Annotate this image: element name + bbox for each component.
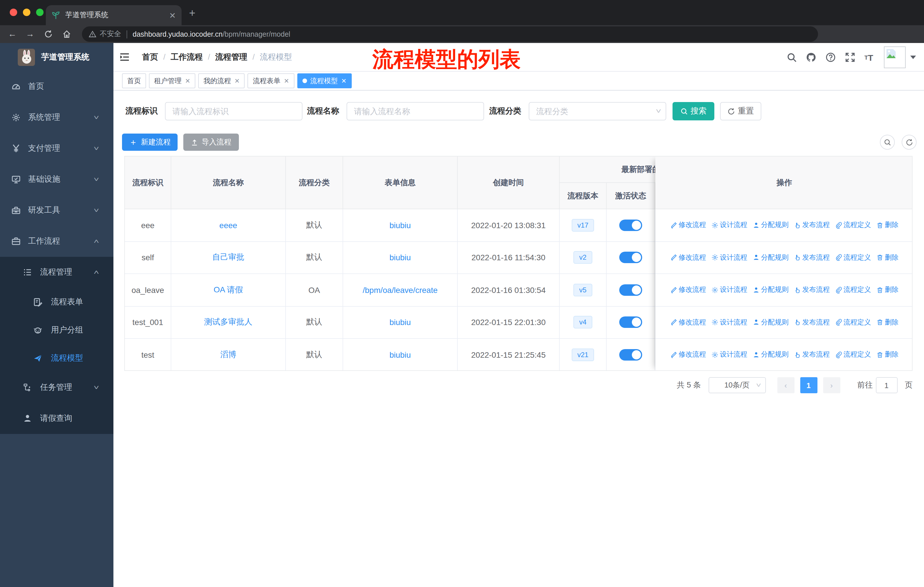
active-toggle[interactable] — [619, 317, 642, 328]
tag-close-icon[interactable]: ✕ — [185, 77, 190, 84]
form-info-link[interactable]: biubiu — [389, 318, 411, 327]
window-close-button[interactable] — [10, 8, 17, 16]
design-process-link[interactable]: 设计流程 — [711, 285, 747, 295]
design-process-link[interactable]: 设计流程 — [711, 253, 747, 263]
breadcrumb-process-mgmt[interactable]: 流程管理 — [215, 52, 248, 63]
delete-link[interactable]: 删除 — [876, 220, 899, 230]
sidebar-item-process-form[interactable]: 流程表单 — [0, 288, 114, 316]
delete-link[interactable]: 删除 — [876, 350, 899, 360]
tag-my-process[interactable]: 我的流程✕ — [198, 73, 244, 88]
sidebar-item-system[interactable]: 系统管理 ˅ — [0, 102, 114, 133]
process-definition-link[interactable]: 流程定义 — [835, 317, 871, 327]
delete-link[interactable]: 删除 — [876, 317, 899, 327]
active-toggle[interactable] — [619, 220, 642, 231]
search-button[interactable]: 搜索 — [673, 102, 714, 121]
search-icon[interactable] — [787, 52, 797, 62]
active-toggle[interactable] — [619, 252, 642, 263]
assign-rule-link[interactable]: 分配规则 — [752, 253, 789, 263]
fullscreen-icon[interactable] — [845, 52, 855, 62]
form-info-link[interactable]: biubiu — [389, 221, 411, 230]
forward-icon[interactable]: → — [26, 28, 35, 40]
delete-link[interactable]: 删除 — [876, 253, 899, 263]
assign-rule-link[interactable]: 分配规则 — [752, 220, 789, 230]
sidebar-item-task-mgmt[interactable]: 任务管理 ˅ — [0, 372, 114, 403]
process-definition-link[interactable]: 流程定义 — [835, 285, 871, 295]
process-name-link[interactable]: OA 请假 — [214, 285, 243, 295]
new-tab-button[interactable]: + — [189, 7, 195, 18]
category-select[interactable]: ˅ — [529, 102, 666, 121]
publish-process-link[interactable]: 发布流程 — [794, 317, 830, 327]
tag-process-form[interactable]: 流程表单✕ — [248, 73, 294, 88]
process-name-link[interactable]: 测试多审批人 — [204, 317, 252, 327]
sidebar-item-home[interactable]: 首页 — [0, 71, 114, 102]
sidebar-logo[interactable]: 芋道管理系统 — [0, 43, 114, 71]
home-icon[interactable] — [63, 30, 71, 38]
tag-process-model[interactable]: 流程模型✕ — [297, 73, 351, 88]
tag-home[interactable]: 首页 — [122, 73, 146, 88]
browser-tab[interactable]: 芋道管理系统 ✕ — [46, 5, 182, 25]
publish-process-link[interactable]: 发布流程 — [794, 350, 830, 360]
category-select-input[interactable] — [529, 102, 666, 121]
sidebar-item-user-group[interactable]: 用户分组 — [0, 316, 114, 344]
tag-close-icon[interactable]: ✕ — [234, 77, 239, 84]
sidebar-item-workflow[interactable]: 工作流程 ˄ — [0, 226, 114, 257]
current-page-button[interactable]: 1 — [800, 377, 817, 393]
page-size-select[interactable]: 10条/页 ˅ — [708, 377, 766, 393]
publish-process-link[interactable]: 发布流程 — [794, 253, 830, 263]
sidebar-item-dev[interactable]: 研发工具 ˅ — [0, 195, 114, 226]
form-info-link[interactable]: /bpm/oa/leave/create — [363, 286, 438, 294]
tag-close-icon[interactable]: ✕ — [284, 77, 289, 84]
help-icon[interactable] — [825, 52, 836, 62]
tab-close-icon[interactable]: ✕ — [169, 11, 176, 20]
window-minimize-button[interactable] — [23, 8, 30, 16]
sidebar-item-pay[interactable]: 支付管理 ˅ — [0, 133, 114, 164]
form-info-link[interactable]: biubiu — [389, 253, 411, 262]
refresh-mini-button[interactable] — [902, 135, 917, 150]
avatar-dropdown-caret-icon[interactable] — [910, 55, 916, 59]
active-toggle[interactable] — [619, 349, 642, 360]
goto-page-input[interactable] — [876, 377, 898, 393]
modify-process-link[interactable]: 修改流程 — [670, 220, 706, 230]
next-page-button[interactable]: › — [823, 377, 840, 393]
tag-tenant-mgmt[interactable]: 租户管理✕ — [149, 73, 195, 88]
process-name-link[interactable]: 滔博 — [220, 350, 236, 360]
sidebar-item-leave-query[interactable]: 请假查询 — [0, 403, 114, 434]
font-size-icon[interactable]: TT — [865, 52, 875, 62]
form-info-link[interactable]: biubiu — [389, 350, 411, 359]
process-definition-link[interactable]: 流程定义 — [835, 220, 871, 230]
design-process-link[interactable]: 设计流程 — [711, 350, 747, 360]
tag-close-icon[interactable]: ✕ — [341, 77, 346, 84]
avatar[interactable] — [884, 46, 906, 68]
process-definition-link[interactable]: 流程定义 — [835, 253, 871, 263]
breadcrumb-workflow[interactable]: 工作流程 — [171, 52, 203, 63]
security-label[interactable]: 不安全 — [100, 29, 121, 39]
publish-process-link[interactable]: 发布流程 — [794, 285, 830, 295]
process-name-link[interactable]: eeee — [219, 221, 237, 230]
breadcrumb-home[interactable]: 首页 — [142, 52, 158, 63]
sidebar-item-process-mgmt[interactable]: 流程管理 ˄ — [0, 257, 114, 288]
address-bar[interactable]: 不安全 dashboard.yudao.iocoder.cn/bpm/manag… — [82, 26, 818, 42]
assign-rule-link[interactable]: 分配规则 — [752, 317, 789, 327]
process-name-link[interactable]: 自己审批 — [212, 253, 244, 263]
delete-link[interactable]: 删除 — [876, 285, 899, 295]
modify-process-link[interactable]: 修改流程 — [670, 317, 706, 327]
modify-process-link[interactable]: 修改流程 — [670, 253, 706, 263]
window-zoom-button[interactable] — [36, 8, 43, 16]
prev-page-button[interactable]: ‹ — [777, 377, 794, 393]
design-process-link[interactable]: 设计流程 — [711, 220, 747, 230]
publish-process-link[interactable]: 发布流程 — [794, 220, 830, 230]
sidebar-item-process-model[interactable]: 流程模型 — [0, 344, 114, 372]
design-process-link[interactable]: 设计流程 — [711, 317, 747, 327]
process-name-input[interactable] — [346, 102, 484, 121]
toggle-search-mini-button[interactable] — [880, 135, 895, 150]
import-process-button[interactable]: 导入流程 — [183, 134, 239, 151]
modify-process-link[interactable]: 修改流程 — [670, 350, 706, 360]
github-icon[interactable] — [806, 52, 816, 62]
back-icon[interactable]: ← — [8, 28, 16, 40]
create-process-button[interactable]: ＋ 新建流程 — [122, 134, 178, 151]
process-definition-link[interactable]: 流程定义 — [835, 350, 871, 360]
reload-icon[interactable] — [44, 30, 53, 38]
active-toggle[interactable] — [619, 284, 642, 296]
hamburger-collapse-icon[interactable] — [120, 52, 129, 62]
assign-rule-link[interactable]: 分配规则 — [752, 285, 789, 295]
